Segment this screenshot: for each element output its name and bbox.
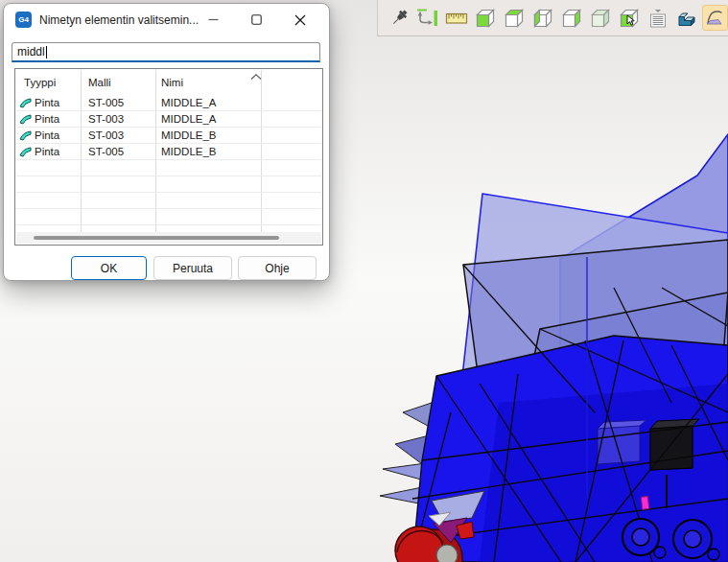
surface-icon (19, 114, 32, 125)
cube-left-face-icon[interactable] (529, 5, 555, 31)
pin-icon[interactable] (386, 5, 411, 31)
dialog-titlebar[interactable]: G4 Nimetyn elementin valitsemin... (4, 4, 329, 35)
cell-model: ST-003 (88, 129, 124, 141)
minimize-button[interactable] (192, 4, 235, 35)
cell-model: ST-005 (88, 97, 124, 108)
cell-name: MIDDLE_A (161, 97, 217, 108)
column-header-nimi[interactable]: Nimi (161, 77, 183, 88)
cell-type: Pinta (35, 113, 59, 125)
text-caret (46, 46, 47, 59)
help-button[interactable]: Ohje (238, 256, 317, 280)
cancel-button[interactable]: Peruuta (153, 256, 232, 280)
close-button[interactable] (278, 4, 321, 35)
cell-model: ST-005 (88, 146, 124, 157)
horizontal-scrollbar-thumb[interactable] (34, 236, 279, 240)
column-header-tyyppi[interactable]: Tyyppi (24, 77, 56, 88)
cell-name: MIDDLE_B (161, 146, 217, 157)
cube-select-icon[interactable] (616, 5, 642, 31)
empty-rows (16, 160, 321, 232)
dialog-title: Nimetyn elementin valitsemin... (39, 13, 199, 27)
horizontal-scrollbar[interactable] (16, 232, 321, 244)
cube-shaded-icon[interactable] (587, 5, 613, 31)
filter-input[interactable]: middl (12, 42, 320, 62)
table-row[interactable]: Pinta ST-005 MIDDLE_A (16, 95, 321, 111)
close-icon (294, 14, 306, 26)
cell-model: ST-003 (88, 113, 124, 125)
cube-right-face-icon[interactable] (558, 5, 584, 31)
cube-top-face-icon[interactable] (501, 5, 527, 31)
maximize-button[interactable] (235, 4, 278, 35)
column-header-malli[interactable]: Malli (88, 77, 111, 88)
surface-icon (19, 98, 32, 108)
surface-icon (19, 147, 32, 157)
minimize-icon (208, 14, 219, 25)
view-toolbar (377, 0, 728, 36)
cell-name: MIDDLE_A (161, 113, 217, 125)
cell-type: Pinta (35, 146, 59, 157)
cell-name: MIDDLE_B (161, 129, 217, 141)
surface-icon (19, 130, 32, 141)
named-element-select-dialog: G4 Nimetyn elementin valitsemin... (3, 3, 330, 281)
cell-type: Pinta (35, 129, 59, 141)
list-header: Tyyppi Malli Nimi (16, 70, 321, 95)
cube-front-face-icon[interactable] (472, 5, 498, 31)
extrude-icon[interactable] (673, 5, 699, 31)
cell-type: Pinta (35, 97, 59, 108)
ok-button[interactable]: OK (71, 256, 147, 280)
table-row[interactable]: Pinta ST-003 MIDDLE_A (16, 111, 321, 128)
element-list[interactable]: Tyyppi Malli Nimi Pinta ST-005 MIDDLE_A (14, 68, 323, 246)
table-row[interactable]: Pinta ST-005 MIDDLE_B (16, 144, 321, 160)
notes-list-icon[interactable] (645, 5, 670, 31)
table-row[interactable]: Pinta ST-003 MIDDLE_B (16, 128, 321, 144)
chevron-up-icon[interactable] (250, 74, 262, 80)
ruler-icon[interactable] (443, 5, 469, 31)
filter-input-value: middl (17, 45, 45, 59)
spline-icon[interactable] (702, 5, 728, 31)
app-g4-icon: G4 (15, 12, 32, 28)
measure-icon[interactable] (414, 5, 440, 31)
maximize-icon (251, 14, 262, 25)
